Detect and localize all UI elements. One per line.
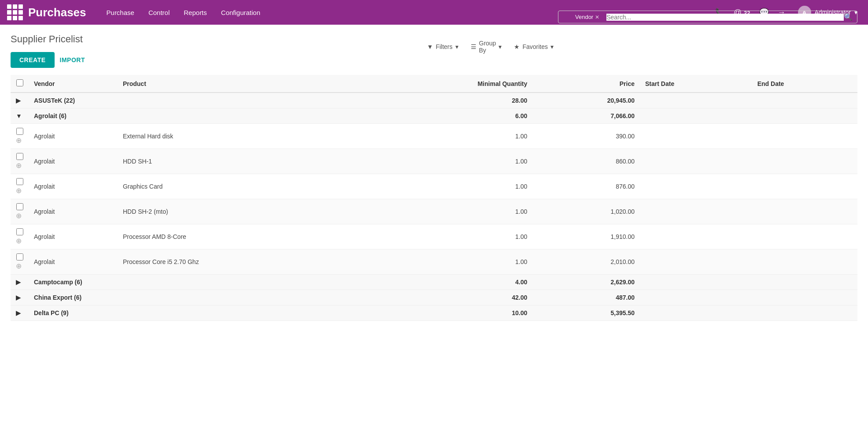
group-minimal-quantity: 10.00	[362, 305, 532, 321]
group-row[interactable]: ▶ Camptocamp (6) 4.00 2,629.00	[11, 275, 857, 290]
group-start-date	[640, 305, 752, 321]
group-minimal-quantity: 6.00	[362, 108, 532, 124]
group-start-date	[640, 93, 752, 108]
page-header-row: Supplier Pricelist CREATE IMPORT ☰ Vendo…	[11, 33, 857, 75]
row-checkbox-cell: ⊕	[11, 199, 29, 224]
group-toggle-cell[interactable]: ▶	[11, 93, 29, 108]
row-checkbox[interactable]	[16, 253, 23, 260]
row-start-date	[640, 224, 752, 249]
row-end-date	[752, 199, 857, 224]
favorites-chevron: ▾	[550, 43, 554, 50]
favorites-button[interactable]: ★ Favorites ▾	[510, 37, 558, 56]
group-row[interactable]: ▼ Agrolait (6) 6.00 7,066.00	[11, 108, 857, 124]
filters-button[interactable]: ▼ Filters ▾	[423, 37, 463, 56]
menu-configuration[interactable]: Configuration	[215, 5, 266, 20]
group-minimal-quantity: 28.00	[362, 93, 532, 108]
group-end-date	[752, 108, 857, 124]
th-start-date: Start Date	[640, 75, 752, 93]
group-toggle-icon: ▶	[16, 309, 21, 316]
search-icon[interactable]: 🔍	[844, 13, 853, 21]
th-select-all	[11, 75, 29, 93]
group-price: 20,945.00	[532, 93, 640, 108]
table-body: ▶ ASUSTeK (22) 28.00 20,945.00 ▼ Agrolai…	[11, 93, 857, 321]
row-checkbox[interactable]	[16, 178, 23, 185]
menu-purchase[interactable]: Purchase	[100, 5, 140, 20]
drag-handle-icon[interactable]: ⊕	[16, 237, 22, 245]
select-all-checkbox[interactable]	[16, 79, 23, 86]
group-by-button[interactable]: ☰ Group By ▾	[466, 37, 506, 56]
vendor-tag-label: Vendor	[575, 14, 593, 20]
row-checkbox-cell: ⊕	[11, 124, 29, 149]
row-checkbox[interactable]	[16, 228, 23, 235]
row-vendor: Agrolait	[29, 199, 118, 224]
drag-handle-icon[interactable]: ⊕	[16, 137, 22, 144]
drag-handle-icon[interactable]: ⊕	[16, 262, 22, 270]
search-input[interactable]	[606, 14, 844, 21]
row-start-date	[640, 249, 752, 275]
import-button[interactable]: IMPORT	[60, 56, 85, 63]
remove-vendor-tag[interactable]: ✕	[595, 14, 599, 20]
group-minimal-quantity: 42.00	[362, 290, 532, 305]
row-price: 1,910.00	[532, 224, 640, 249]
row-vendor: Agrolait	[29, 249, 118, 275]
group-toggle-cell[interactable]: ▼	[11, 108, 29, 124]
row-checkbox[interactable]	[16, 153, 23, 160]
th-minimal-quantity: Minimal Quantity	[362, 75, 532, 93]
filter-icon: ▼	[427, 43, 433, 50]
table-row: ⊕ Agrolait HDD SH-2 (mto) 1.00 1,020.00	[11, 199, 857, 224]
group-toggle-cell[interactable]: ▶	[11, 290, 29, 305]
row-price: 1,020.00	[532, 199, 640, 224]
row-start-date	[640, 149, 752, 174]
row-checkbox-cell: ⊕	[11, 224, 29, 249]
row-checkbox[interactable]	[16, 203, 23, 210]
group-toggle-cell[interactable]: ▶	[11, 305, 29, 321]
pricelist-table: Vendor Product Minimal Quantity Price St…	[11, 75, 857, 321]
row-checkbox[interactable]	[16, 128, 23, 135]
group-name: China Export (6)	[29, 290, 362, 305]
row-minimal-quantity: 1.00	[362, 249, 532, 275]
row-minimal-quantity: 1.00	[362, 124, 532, 149]
drag-handle-icon[interactable]: ⊕	[16, 212, 22, 219]
drag-handle-icon[interactable]: ⊕	[16, 162, 22, 169]
menu-control[interactable]: Control	[142, 5, 176, 20]
row-checkbox-cell: ⊕	[11, 249, 29, 275]
row-vendor: Agrolait	[29, 149, 118, 174]
group-end-date	[752, 275, 857, 290]
row-start-date	[640, 199, 752, 224]
group-toggle-cell[interactable]: ▶	[11, 275, 29, 290]
row-start-date	[640, 124, 752, 149]
row-start-date	[640, 174, 752, 199]
group-toggle-icon: ▶	[16, 279, 21, 286]
row-product: Processor Core i5 2.70 Ghz	[118, 249, 362, 275]
row-minimal-quantity: 1.00	[362, 174, 532, 199]
row-minimal-quantity: 1.00	[362, 149, 532, 174]
group-row[interactable]: ▶ China Export (6) 42.00 487.00	[11, 290, 857, 305]
row-end-date	[752, 124, 857, 149]
search-bar: ☰ Vendor ✕ 🔍	[558, 11, 857, 23]
group-name: Camptocamp (6)	[29, 275, 362, 290]
group-end-date	[752, 305, 857, 321]
app-logo: Purchases	[28, 6, 86, 19]
menu-reports[interactable]: Reports	[177, 5, 213, 20]
row-checkbox-cell: ⊕	[11, 149, 29, 174]
filters-label: Filters	[436, 43, 452, 50]
group-price: 7,066.00	[532, 108, 640, 124]
page-right: ☰ Vendor ✕ 🔍 ▼ Filters ▾ ☰ Group By	[540, 33, 857, 56]
drag-handle-icon[interactable]: ⊕	[16, 187, 22, 194]
app-grid-icon[interactable]	[7, 4, 23, 20]
row-vendor: Agrolait	[29, 174, 118, 199]
row-end-date	[752, 224, 857, 249]
create-button[interactable]: CREATE	[11, 52, 55, 68]
group-row[interactable]: ▶ ASUSTeK (22) 28.00 20,945.00	[11, 93, 857, 108]
group-row[interactable]: ▶ Delta PC (9) 10.00 5,395.50	[11, 305, 857, 321]
group-start-date	[640, 275, 752, 290]
vendor-filter-tag[interactable]: Vendor ✕	[572, 13, 603, 21]
row-product: Graphics Card	[118, 174, 362, 199]
filters-chevron: ▾	[455, 43, 458, 50]
th-end-date: End Date	[752, 75, 857, 93]
table-row: ⊕ Agrolait Processor AMD 8-Core 1.00 1,9…	[11, 224, 857, 249]
group-name: Delta PC (9)	[29, 305, 362, 321]
row-product: HDD SH-2 (mto)	[118, 199, 362, 224]
table-row: ⊕ Agrolait HDD SH-1 1.00 860.00	[11, 149, 857, 174]
filter-bar: ▼ Filters ▾ ☰ Group By ▾ ★ Favorites ▾	[540, 37, 558, 56]
